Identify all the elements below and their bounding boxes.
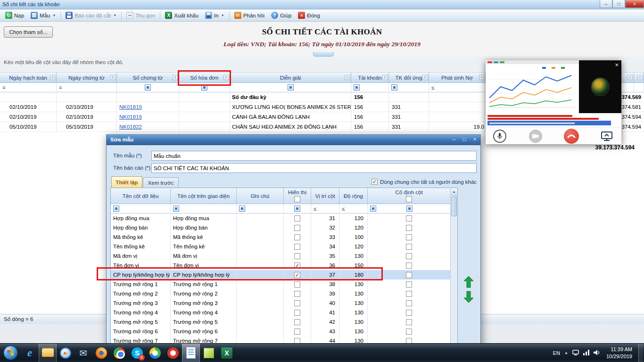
filter-cell-tk-doi-ung[interactable] <box>389 83 429 92</box>
move-down-button[interactable] <box>461 290 476 304</box>
filter-operator[interactable]: ≤ <box>339 206 345 212</box>
column-config-row[interactable]: Trường mở rộng 6Trường mở rộng 643130 <box>111 327 451 336</box>
taskbar-icon-skype[interactable]: 6 <box>128 344 146 362</box>
dialog-minimize-button[interactable]: – <box>451 136 457 142</box>
column-config-row[interactable]: Tên thống kêTên thống kê34120 <box>111 242 451 251</box>
column-pin-icon[interactable]: + <box>479 75 484 80</box>
filter-cell-ngay-hach-toan[interactable]: = <box>0 83 57 92</box>
toolbar-phan-hoi-button[interactable]: ✉Phản hồi <box>231 10 268 21</box>
toolbar-mau-button[interactable]: Mẫu▼ <box>27 10 59 21</box>
filter-cell-dien-giai[interactable] <box>230 83 351 92</box>
filter-cell-tai-khoan[interactable] <box>351 83 389 92</box>
tray-volume-icon[interactable] <box>594 350 600 356</box>
dialog-column-header-ten-cot-du-lieu[interactable]: Tên cột dữ liệu <box>111 188 171 204</box>
fixed-checkbox[interactable] <box>406 329 412 335</box>
dialog-column-header-vi-tri-cot[interactable]: Vị trí cột <box>311 188 339 204</box>
filter-icon[interactable] <box>354 84 360 90</box>
filter-icon[interactable] <box>288 84 294 90</box>
visible-checkbox[interactable] <box>294 281 300 288</box>
filter-icon[interactable] <box>294 206 300 212</box>
document-link[interactable]: NK01822 <box>119 124 142 130</box>
fixed-checkbox[interactable] <box>406 319 412 325</box>
dialog-filter-cell-ghi-chu[interactable] <box>237 204 284 214</box>
fixed-checkbox[interactable] <box>406 272 412 278</box>
dialog-filter-cell-hien-thi[interactable] <box>284 204 311 214</box>
fixed-checkbox[interactable] <box>406 310 412 316</box>
column-header-tk-doi-ung[interactable]: TK đối ứng+ <box>389 73 429 83</box>
tab-xem-truoc[interactable]: Xem trước <box>143 177 179 188</box>
filter-icon[interactable] <box>391 84 397 90</box>
column-pin-icon[interactable]: + <box>422 75 428 80</box>
taskbar-icon-chrome[interactable] <box>110 344 128 362</box>
toolbar-nap-button[interactable]: ↻Nạp <box>2 10 27 21</box>
scroll-thumb[interactable] <box>451 197 457 216</box>
visible-checkbox[interactable] <box>294 253 300 259</box>
tray-display-icon[interactable] <box>572 350 579 356</box>
scroll-up-button[interactable]: ▲ <box>451 188 457 196</box>
camera-button[interactable] <box>529 130 542 143</box>
column-config-row[interactable]: Trường mở rộng 5Trường mở rộng 542130 <box>111 317 451 327</box>
visible-checkbox[interactable] <box>294 215 300 222</box>
header-checkbox[interactable] <box>406 196 412 202</box>
filter-cell-ngay-chung-tu[interactable]: = <box>57 83 117 92</box>
clock[interactable]: 11:39 AM 10/29/2019 <box>606 346 632 360</box>
dialog-close-button[interactable]: × <box>471 136 478 142</box>
column-pin-icon[interactable]: + <box>627 75 633 80</box>
share-screen-button[interactable] <box>601 131 613 141</box>
filter-cell-extra-9[interactable] <box>634 83 644 92</box>
visible-checkbox[interactable] <box>294 225 300 231</box>
filter-icon[interactable] <box>145 84 151 90</box>
filter-operator[interactable]: = <box>0 85 5 90</box>
column-pin-icon[interactable]: + <box>637 75 643 80</box>
dialog-column-header-co-dinh-cot[interactable]: Cố định cột <box>368 188 451 204</box>
taskbar-icon-mail[interactable] <box>74 344 92 362</box>
tab-thiet-lap[interactable]: Thiết lập <box>111 176 142 188</box>
column-header-dien-giai[interactable]: Diễn giải+ <box>230 73 351 83</box>
filter-icon[interactable] <box>173 206 179 212</box>
column-config-row[interactable]: Mã đơn vịMã đơn vị35130 <box>111 251 451 261</box>
move-up-button[interactable] <box>461 275 476 288</box>
collapse-handle[interactable] <box>313 52 334 57</box>
column-pin-icon[interactable]: + <box>173 75 178 80</box>
dialog-filter-cell-do-rong[interactable]: ≤ <box>339 204 368 214</box>
fixed-checkbox[interactable] <box>406 281 412 288</box>
column-pin-icon[interactable]: + <box>50 75 55 80</box>
taskbar-icon-firefox[interactable] <box>92 344 110 362</box>
visible-checkbox[interactable] <box>294 329 300 335</box>
fixed-checkbox[interactable] <box>406 253 412 259</box>
dialog-filter-cell-ten-cot-giao-dien[interactable] <box>171 204 237 214</box>
hidden-icons-chevron[interactable]: ▲ <box>564 351 568 355</box>
toolbar-dong-button[interactable]: ×Đóng <box>295 10 323 21</box>
filter-operator[interactable]: ≤ <box>429 85 434 90</box>
filter-icon[interactable] <box>113 206 119 212</box>
filter-icon[interactable] <box>370 206 376 212</box>
column-header-so-chung-tu[interactable]: Số chứng từ+ <box>117 73 179 83</box>
fixed-checkbox[interactable] <box>406 234 412 240</box>
column-config-row[interactable]: Trường mở rộng 2Trường mở rộng 239130 <box>111 289 451 298</box>
filter-icon[interactable] <box>239 206 245 212</box>
taskbar-icon-app-red[interactable] <box>164 344 182 362</box>
taskbar-icon-excel[interactable] <box>218 344 236 362</box>
column-header-ngay-hach-toan[interactable]: Ngày hạch toán+ <box>0 73 57 83</box>
header-checkbox[interactable] <box>294 196 300 202</box>
taskbar-icon-media-player[interactable] <box>57 344 74 362</box>
dialog-column-header-ten-cot-giao-dien[interactable]: Tên cột trên giao diện <box>171 188 237 204</box>
visible-checkbox[interactable] <box>294 244 300 250</box>
dialog-grid-scrollbar[interactable]: ▲ <box>450 188 457 348</box>
column-config-row[interactable]: Trường mở rộng 4Trường mở rộng 441130 <box>111 308 451 317</box>
column-pin-icon[interactable]: + <box>382 75 388 80</box>
window-minimize-button[interactable]: – <box>600 0 612 8</box>
fixed-checkbox[interactable] <box>406 263 412 269</box>
column-config-row[interactable]: Mã thống kêMã thống kê33100 <box>111 232 451 242</box>
document-link[interactable]: NK01819 <box>119 114 142 120</box>
language-indicator[interactable]: EN <box>553 350 560 356</box>
dialog-filter-cell-co-dinh-cot[interactable] <box>368 204 451 214</box>
visible-checkbox[interactable] <box>294 310 300 316</box>
dialog-column-header-do-rong[interactable]: Độ rộng <box>339 188 368 204</box>
visible-checkbox[interactable] <box>294 234 300 240</box>
filter-cell-phat-sinh-no[interactable]: ≤ <box>429 83 486 92</box>
toolbar-in-button[interactable]: In▼ <box>202 10 228 21</box>
toolbar-giup-button[interactable]: ?Giúp <box>268 10 295 21</box>
window-restore-button[interactable]: □ <box>612 0 625 8</box>
fixed-checkbox[interactable] <box>406 215 412 222</box>
